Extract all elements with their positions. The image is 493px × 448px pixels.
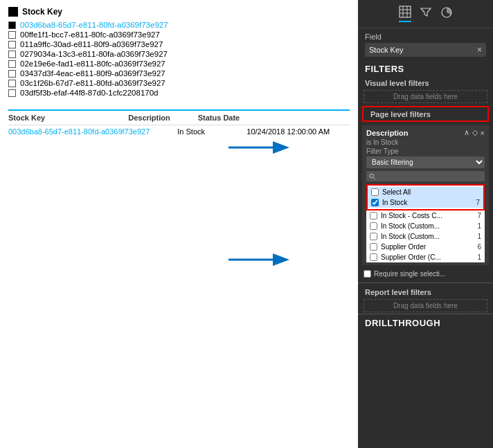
table-icon[interactable] <box>399 6 411 22</box>
filter-is-in-stock: is In Stock <box>366 138 485 146</box>
col-header-desc: Description <box>128 114 170 122</box>
divider <box>358 283 493 283</box>
costs-label: In Stock - Costs C... <box>381 212 474 219</box>
drag-visual-fields: Drag data fields here <box>364 90 487 103</box>
in-stock-count: 7 <box>476 199 480 206</box>
filter-card-header: Description ∧ ◇ × <box>366 128 485 137</box>
field-value-row[interactable]: Stock Key × <box>365 43 486 57</box>
in-stock-checkbox[interactable] <box>371 199 379 206</box>
require-single-row[interactable]: Require single selecti... <box>358 267 493 280</box>
stock-list: 003d6ba8-65d7-e811-80fd-a0369f73e927 00f… <box>8 21 350 97</box>
table-header-row: Stock Key Description Status Date <box>8 111 350 125</box>
blue-arrow-filter-options <box>228 249 291 272</box>
col-header-key: Stock Key <box>8 114 45 122</box>
close-filter-icon[interactable]: × <box>481 129 485 137</box>
custom2-count: 1 <box>477 233 481 240</box>
svg-point-8 <box>370 174 374 178</box>
field-label: Field <box>365 33 486 41</box>
right-panel: Field Stock Key × FILTERS Visual level f… <box>358 0 493 448</box>
search-icon <box>369 173 375 180</box>
stock-key-text: 03df5f3b-efaf-44f8-87d0-1cfc2208170d <box>20 89 159 97</box>
filter-type-label: Filter Type <box>366 147 485 155</box>
costs-count: 7 <box>477 212 481 219</box>
checkbox-filled-icon[interactable] <box>8 21 16 29</box>
sort-icon[interactable]: ∧ <box>464 128 469 137</box>
list-item: 0279034a-13c3-e811-80fa-a0369f73e927 <box>8 50 350 58</box>
stock-key-text: 03c1f26b-67d7-e811-80fd-a0369f73e927 <box>20 79 165 87</box>
filter-option-supplier[interactable]: Supplier Order 6 <box>366 242 485 252</box>
row-key[interactable]: 003d6ba8-65d7-e811-80fd-a0369f73e927 <box>8 127 150 136</box>
filter-option-custom1[interactable]: In Stock (Custom... 1 <box>366 221 485 231</box>
stock-key-link[interactable]: 003d6ba8-65d7-e811-80fd-a0369f73e927 <box>20 21 168 29</box>
filters-label: FILTERS <box>358 60 493 76</box>
row-date: 10/24/2018 12:00:00 AM <box>247 127 330 136</box>
checkbox-icon[interactable] <box>8 89 16 97</box>
report-level-label: Report level filters <box>358 285 493 298</box>
select-all-checkbox[interactable] <box>371 188 379 196</box>
custom1-checkbox[interactable] <box>370 222 377 230</box>
funnel-icon[interactable] <box>420 6 432 21</box>
stock-key-text: 00ffe1f1-bcc7-e811-80fc-a0369f73e927 <box>20 30 160 39</box>
main-content: Stock Key 003d6ba8-65d7-e811-80fd-a0369f… <box>0 0 358 448</box>
list-item: 003d6ba8-65d7-e811-80fd-a0369f73e927 <box>8 21 350 29</box>
list-item: 03c1f26b-67d7-e811-80fd-a0369f73e927 <box>8 79 350 87</box>
supplier-label: Supplier Order <box>381 243 474 251</box>
stock-key-text: 02e19e6e-fad1-e811-80fc-a0369f73e927 <box>20 60 165 68</box>
field-close-icon[interactable]: × <box>477 45 482 55</box>
filter-option-supplier-c[interactable]: Supplier Order (C... 1 <box>366 252 485 262</box>
supplier-checkbox[interactable] <box>370 243 377 251</box>
blue-arrow-page-level <box>228 137 291 160</box>
filter-card-actions: ∧ ◇ × <box>464 128 485 137</box>
page-level-filters-label: Page level filters <box>362 106 489 122</box>
list-item: 00ffe1f1-bcc7-e811-80fc-a0369f73e927 <box>8 30 350 39</box>
stock-key-text: 03437d3f-4eac-e811-80f9-a0369f73e927 <box>20 69 165 78</box>
costs-checkbox[interactable] <box>370 212 377 219</box>
col-header-date: Status Date <box>198 114 240 122</box>
filter-type-select[interactable]: Basic filtering <box>366 156 485 168</box>
checkbox-icon[interactable] <box>8 80 16 87</box>
list-item: 02e19e6e-fad1-e811-80fc-a0369f73e927 <box>8 60 350 68</box>
list-item: 03437d3f-4eac-e811-80f9-a0369f73e927 <box>8 69 350 78</box>
filter-option-costs[interactable]: In Stock - Costs C... 7 <box>366 210 485 221</box>
svg-rect-2 <box>400 6 411 17</box>
require-single-label: Require single selecti... <box>374 270 445 278</box>
field-value: Stock Key <box>369 46 404 54</box>
checkbox-icon[interactable] <box>8 70 16 78</box>
checkbox-icon[interactable] <box>8 60 16 68</box>
filter-search-input[interactable] <box>375 172 482 180</box>
checkbox-icon[interactable] <box>8 51 16 58</box>
select-all-label: Select All <box>382 188 480 196</box>
row-description: In Stock <box>177 127 219 136</box>
checkbox-icon[interactable] <box>8 41 16 48</box>
filter-description-label: Description <box>366 129 409 137</box>
data-table: Stock Key Description Status Date 003d6b… <box>8 109 350 138</box>
filled-square-icon <box>8 7 18 17</box>
supplier-c-count: 1 <box>477 253 481 261</box>
filter-option-in-stock[interactable]: In Stock 7 <box>368 197 483 208</box>
list-item: 03df5f3b-efaf-44f8-87d0-1cfc2208170d <box>8 89 350 97</box>
supplier-c-checkbox[interactable] <box>370 253 377 261</box>
custom2-label: In Stock (Custom... <box>381 233 474 240</box>
stock-key-header: Stock Key <box>8 7 350 17</box>
filter-options-list: Select All In Stock 7 <box>366 184 485 210</box>
visual-level-label: Visual level filters <box>358 76 493 89</box>
panel-icon-bar <box>358 0 493 28</box>
in-stock-label: In Stock <box>382 199 472 206</box>
stock-key-text: 0279034a-13c3-e811-80fa-a0369f73e927 <box>20 50 168 58</box>
chart-icon[interactable] <box>440 6 453 21</box>
drag-report-fields: Drag data fields here <box>364 299 487 312</box>
extra-options: In Stock - Costs C... 7 In Stock (Custom… <box>366 210 485 262</box>
filter-option-select-all[interactable]: Select All <box>368 187 483 197</box>
drillthrough-label: DRILLTHROUGH <box>358 314 493 330</box>
stock-key-title: Stock Key <box>22 7 62 17</box>
filter-option-custom2[interactable]: In Stock (Custom... 1 <box>366 231 485 242</box>
eraser-icon[interactable]: ◇ <box>472 128 478 137</box>
filter-card: Description ∧ ◇ × is In Stock Filter Typ… <box>362 125 489 265</box>
require-single-checkbox[interactable] <box>364 270 371 278</box>
filter-search-box[interactable] <box>366 171 485 181</box>
checkbox-icon[interactable] <box>8 31 16 39</box>
custom2-checkbox[interactable] <box>370 233 377 240</box>
field-section: Field Stock Key × <box>358 28 493 60</box>
stock-key-text: 011a9ffc-30ad-e811-80f9-a0369f73e927 <box>20 40 163 48</box>
table-data-row: 003d6ba8-65d7-e811-80fd-a0369f73e927 In … <box>8 125 350 138</box>
